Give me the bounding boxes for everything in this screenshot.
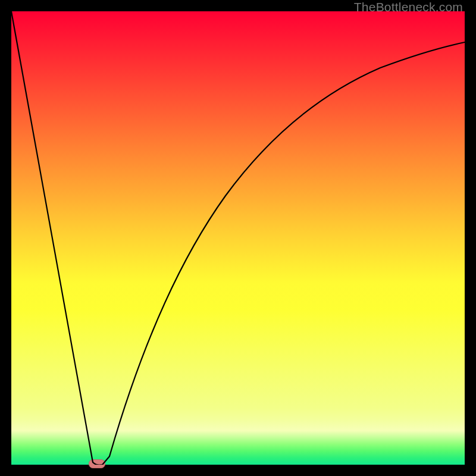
- chart-frame: TheBottleneck.com: [0, 0, 476, 476]
- plot-area: [11, 11, 465, 465]
- curve-svg: [11, 11, 465, 465]
- watermark-text: TheBottleneck.com: [354, 0, 463, 14]
- bottleneck-curve-path: [11, 11, 465, 465]
